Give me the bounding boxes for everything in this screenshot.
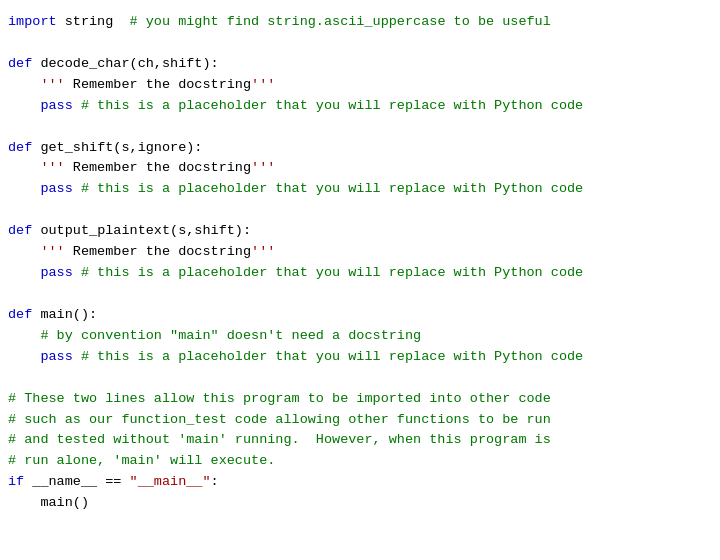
line bbox=[8, 33, 712, 54]
line: import string # you might find string.as… bbox=[8, 12, 712, 33]
line bbox=[8, 284, 712, 305]
line: main() bbox=[8, 493, 712, 514]
line bbox=[8, 200, 712, 221]
line: if __name__ == "__main__": bbox=[8, 472, 712, 493]
code-editor: import string # you might find string.as… bbox=[0, 0, 720, 560]
line: # run alone, 'main' will execute. bbox=[8, 451, 712, 472]
line: pass # this is a placeholder that you wi… bbox=[8, 263, 712, 284]
line: def decode_char(ch,shift): bbox=[8, 54, 712, 75]
line: ''' Remember the docstring''' bbox=[8, 75, 712, 96]
code-block: import string # you might find string.as… bbox=[8, 12, 712, 514]
line: # by convention "main" doesn't need a do… bbox=[8, 326, 712, 347]
line: ''' Remember the docstring''' bbox=[8, 158, 712, 179]
line: pass # this is a placeholder that you wi… bbox=[8, 96, 712, 117]
line bbox=[8, 117, 712, 138]
line: def main(): bbox=[8, 305, 712, 326]
line: pass # this is a placeholder that you wi… bbox=[8, 179, 712, 200]
line: # These two lines allow this program to … bbox=[8, 389, 712, 410]
line: pass # this is a placeholder that you wi… bbox=[8, 347, 712, 368]
line: def output_plaintext(s,shift): bbox=[8, 221, 712, 242]
line: ''' Remember the docstring''' bbox=[8, 242, 712, 263]
line: # such as our function_test code allowin… bbox=[8, 410, 712, 431]
line: # and tested without 'main' running. How… bbox=[8, 430, 712, 451]
line: def get_shift(s,ignore): bbox=[8, 138, 712, 159]
line bbox=[8, 368, 712, 389]
